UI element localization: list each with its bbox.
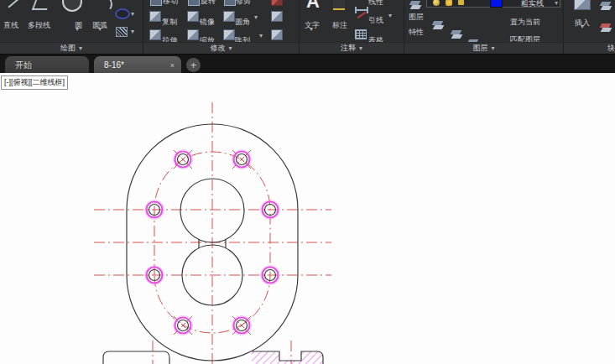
polyline-label: 多段线 <box>28 21 50 29</box>
line-icon <box>8 0 20 8</box>
left-foot <box>103 351 169 364</box>
section-hatch[interactable] <box>252 351 323 364</box>
panel-footer-annotate[interactable]: 注释 ▾ <box>300 42 404 54</box>
chevron-down-icon[interactable]: ▾ <box>310 26 313 33</box>
tab-start[interactable]: 开始 <box>5 56 89 74</box>
chevron-down-icon[interactable]: ▾ <box>388 13 392 19</box>
chevron-down-icon: ▾ <box>555 0 558 7</box>
solid-history-icon[interactable] <box>271 29 283 40</box>
set-current-label: 置为当前 <box>510 18 540 26</box>
text-icon: A <box>306 0 320 10</box>
layer-properties-button[interactable]: 图层 特性 <box>407 13 425 36</box>
layer-properties-label-2: 特性 <box>407 28 425 36</box>
layer-isolate-icon[interactable] <box>432 21 445 30</box>
linear-label[interactable]: 线性 <box>368 0 383 6</box>
tab-start-label: 开始 <box>15 60 32 71</box>
edit-block-icon[interactable] <box>600 23 612 33</box>
layer-properties-icon <box>409 1 422 10</box>
chevron-down-icon[interactable]: ▾ <box>259 33 263 39</box>
rotate-label[interactable]: 旋转 <box>201 0 216 5</box>
move-label[interactable]: 移动 <box>163 0 178 5</box>
panel-block: 插入 ▾ 块 <box>564 0 615 54</box>
copy-label: 复制 <box>162 18 177 26</box>
mirror-button[interactable]: 镜像 <box>200 13 215 28</box>
tab-drawing-label: 8-16* <box>104 60 124 70</box>
layer-on-bulb-icon <box>433 0 440 6</box>
insert-block-icon <box>574 0 591 10</box>
copy-button[interactable]: 复制 <box>162 13 177 28</box>
scale-icon <box>187 29 199 40</box>
mirror-label: 镜像 <box>200 18 215 26</box>
arc-icon <box>92 0 113 15</box>
chevron-down-icon[interactable]: ▾ <box>131 11 134 18</box>
current-layer-name: 粗实线 <box>521 0 544 9</box>
panel-layers: 粗实线 ▾ 图层 特性 置为当前 <box>404 0 564 54</box>
panel-draw: 直线 多段线 圆 ▾ 圆弧 ▾ ▾ ▾ 绘图 ▾ <box>0 0 143 54</box>
panel-annotate: A 文字 ▾ 标注 线性 引线 ▾ 表格 注释 ▾ <box>300 0 404 54</box>
solid-edit-icon[interactable] <box>271 11 283 22</box>
fillet-button[interactable]: 圆角 <box>235 13 250 28</box>
layer-unisolate-icon[interactable] <box>451 30 463 39</box>
panel-footer-layers[interactable]: 图层 ▾ <box>404 42 563 54</box>
erase-icon[interactable] <box>271 0 283 6</box>
fillet-icon <box>223 11 235 22</box>
create-block-icon[interactable] <box>600 2 612 11</box>
stretch-icon <box>149 29 161 40</box>
panel-block-label: 块 <box>607 43 615 54</box>
drawing-2d-wireframe[interactable] <box>0 73 615 364</box>
circle-icon <box>62 0 82 12</box>
set-current-button[interactable]: 置为当前 <box>510 13 540 28</box>
trim-icon <box>224 0 236 6</box>
table-icon <box>355 29 367 39</box>
chevron-down-icon: ▾ <box>359 45 362 52</box>
polyline-button[interactable]: 多段线 <box>28 16 50 31</box>
panel-modify: 移动 旋转 修剪 复制 镜像 圆角 ▾ 拉伸 <box>143 0 300 54</box>
drawing-canvas[interactable]: [-][俯视][二维线框] <box>0 73 615 364</box>
hatch-icon[interactable] <box>116 27 128 37</box>
rotate-icon <box>188 0 200 6</box>
leader-button[interactable]: 引线 <box>368 11 383 26</box>
ellipse-icon[interactable] <box>115 8 130 19</box>
part-outline[interactable] <box>103 124 323 364</box>
leader-label: 引线 <box>368 16 383 24</box>
panel-modify-label: 修改 <box>210 43 225 54</box>
chevron-down-icon[interactable]: ▾ <box>131 29 134 35</box>
autocad-window: 直线 多段线 圆 ▾ 圆弧 ▾ ▾ ▾ 绘图 ▾ <box>0 0 615 364</box>
copy-icon <box>149 11 161 22</box>
layer-properties-label-1: 图层 <box>407 13 425 21</box>
close-icon[interactable]: × <box>170 61 175 70</box>
dimension-button[interactable]: 标注 <box>332 16 347 31</box>
layer-lock-icon <box>458 0 464 5</box>
fillet-label: 圆角 <box>235 18 250 26</box>
chevron-down-icon: ▾ <box>491 45 494 52</box>
chevron-down-icon[interactable]: ▾ <box>581 23 584 30</box>
dimension-icon <box>333 0 345 10</box>
panel-footer-modify[interactable]: 修改 ▾ <box>143 42 299 54</box>
chevron-down-icon: ▾ <box>79 45 82 52</box>
panel-footer-draw[interactable]: 绘图 ▾ <box>0 42 143 54</box>
dimension-label: 标注 <box>332 21 347 29</box>
layer-freeze-sun-icon <box>446 0 452 6</box>
panel-footer-block[interactable]: 块 <box>564 42 615 54</box>
move-icon <box>150 0 162 6</box>
panel-draw-label: 绘图 <box>60 43 76 54</box>
file-tab-bar: 开始 8-16* × + <box>0 54 615 74</box>
ribbon: 直线 多段线 圆 ▾ 圆弧 ▾ ▾ ▾ 绘图 ▾ <box>0 0 615 54</box>
polyline-icon <box>32 0 50 10</box>
panel-annotate-label: 注释 <box>341 43 356 54</box>
layer-color-swatch <box>490 0 503 8</box>
chevron-down-icon: ▾ <box>228 45 232 52</box>
plus-icon: + <box>190 60 196 71</box>
centerlines[interactable] <box>94 102 331 364</box>
line-button[interactable]: 直线 <box>3 16 18 31</box>
mirror-icon <box>187 11 199 22</box>
tab-drawing-8-16[interactable]: 8-16* × <box>94 56 181 74</box>
chevron-down-icon[interactable]: ▾ <box>254 14 258 21</box>
panel-layers-label: 图层 <box>472 43 487 54</box>
chevron-down-icon[interactable]: ▾ <box>98 26 102 33</box>
trim-label[interactable]: 修剪 <box>236 0 251 5</box>
chevron-down-icon[interactable]: ▾ <box>76 26 79 33</box>
layer-dropdown[interactable]: 粗实线 ▾ <box>426 0 560 8</box>
new-tab-button[interactable]: + <box>186 58 201 72</box>
array-icon <box>223 29 235 40</box>
